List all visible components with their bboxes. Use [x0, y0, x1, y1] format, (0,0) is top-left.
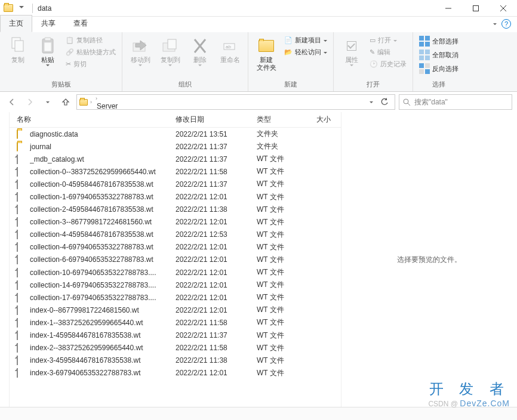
copy-path-button[interactable]: 📋复制路径 [63, 35, 118, 46]
delete-button[interactable]: 删除 [186, 33, 214, 69]
new-folder-button[interactable]: 新建 文件夹 [252, 33, 281, 74]
chevron-down-icon [46, 64, 50, 66]
group-label: 新建 [252, 80, 330, 90]
table-row[interactable]: collection-10-6979406535322788783....202… [10, 266, 341, 279]
delete-icon [193, 36, 207, 56]
qat-dropdown-icon[interactable] [19, 6, 24, 11]
invert-selection-button[interactable]: 反向选择 [417, 62, 461, 75]
table-row[interactable]: index-3-4595844678167835538.wt2022/2/21 … [10, 354, 341, 367]
table-row[interactable]: collection-0--3837252629599665440.wt2022… [10, 165, 341, 178]
up-button[interactable] [59, 95, 73, 109]
file-name: collection-2-4595844678167835538.wt [30, 205, 176, 214]
copy-to-icon [162, 36, 179, 56]
breadcrumb-segment[interactable]: Server [94, 102, 144, 110]
table-row[interactable]: collection-6-6979406535322788783.wt2022/… [10, 254, 341, 266]
nav-pane[interactable] [0, 112, 10, 407]
file-type: WT 文件 [257, 331, 316, 341]
table-row[interactable]: collection-0-4595844678167835538.wt2022/… [10, 178, 341, 190]
col-size[interactable]: 大小 [310, 115, 337, 125]
file-name: index-2--3837252629599665440.wt [30, 344, 176, 352]
ribbon-group-open: 属性 ▭打开 ✎编辑 🕑历史记录 打开 [334, 32, 413, 91]
table-row[interactable]: collection-3--867799817224681560.wt2022/… [10, 216, 341, 228]
open-button[interactable]: ▭打开 [367, 35, 409, 46]
file-icon [17, 180, 26, 189]
chevron-right-icon[interactable]: › [89, 99, 93, 105]
chevron-right-icon[interactable]: › [94, 95, 99, 101]
address-bar[interactable]: › Windows (C:)›Program Files›MongoDB›Ser… [76, 94, 395, 110]
file-date: 2022/2/21 11:37 [176, 180, 257, 189]
table-row[interactable]: index-2--3837252629599665440.wt2022/2/21… [10, 342, 341, 354]
tab-share[interactable]: 共享 [32, 15, 64, 32]
table-row[interactable]: index-1--3837252629599665440.wt2022/2/21… [10, 316, 341, 329]
address-dropdown-icon[interactable] [370, 101, 373, 103]
table-row[interactable]: collection-2-4595844678167835538.wt2022/… [10, 203, 341, 216]
svg-line-17 [408, 103, 410, 106]
col-date[interactable]: 修改日期 [170, 115, 251, 125]
file-date: 2022/2/21 11:58 [176, 319, 257, 327]
edit-button[interactable]: ✎编辑 [367, 47, 409, 58]
refresh-icon[interactable] [380, 98, 389, 106]
file-date: 2022/2/21 11:37 [176, 155, 257, 163]
file-name: collection-4-6979406535322788783.wt [30, 243, 176, 251]
svg-rect-8 [44, 42, 51, 51]
select-all-button[interactable]: 全部选择 [417, 35, 461, 48]
file-date: 2022/2/21 12:01 [176, 218, 257, 226]
file-type: WT 文件 [257, 343, 316, 353]
new-item-button[interactable]: 📄新建项目 [282, 35, 330, 46]
svg-rect-5 [15, 41, 23, 51]
ribbon-collapse-icon[interactable] [493, 23, 497, 25]
maximize-button[interactable] [462, 0, 490, 17]
col-name[interactable]: 名称 [10, 115, 170, 125]
table-row[interactable]: collection-1-6979406535322788783.wt2022/… [10, 190, 341, 203]
file-name: collection-17-6979406535322788783.... [30, 294, 176, 302]
forward-button[interactable] [23, 95, 37, 109]
minimize-button[interactable] [435, 0, 462, 17]
table-row[interactable]: index-1-4595844678167835538.wt2022/2/21 … [10, 329, 341, 342]
paste-shortcut-button[interactable]: 🔗粘贴快捷方式 [63, 47, 118, 58]
table-row[interactable]: journal2022/2/21 11:37文件夹 [10, 140, 341, 153]
address-bar-row: › Windows (C:)›Program Files›MongoDB›Ser… [0, 92, 517, 112]
rename-button[interactable]: ab 重命名 [216, 33, 244, 66]
file-date: 2022/2/21 11:58 [176, 168, 257, 176]
file-list: 名称 修改日期 类型 大小 diagnostic.data2022/2/21 1… [10, 112, 341, 407]
table-row[interactable]: collection-4-4595844678167835538.wt2022/… [10, 228, 341, 241]
easy-access-button[interactable]: 📂轻松访问 [282, 47, 330, 58]
tab-view[interactable]: 查看 [64, 15, 97, 32]
history-button[interactable]: 🕑历史记录 [367, 58, 409, 70]
close-button[interactable] [490, 0, 517, 17]
table-row[interactable]: collection-14-6979406535322788783....202… [10, 279, 341, 291]
move-to-button[interactable]: 移动到 [126, 33, 155, 69]
file-date: 2022/2/21 12:01 [176, 243, 257, 251]
file-icon [17, 294, 26, 302]
file-date: 2022/2/21 12:01 [176, 268, 257, 277]
table-row[interactable]: diagnostic.data2022/2/21 13:51文件夹 [10, 128, 341, 140]
tab-home[interactable]: 主页 [0, 15, 32, 32]
table-row[interactable]: collection-4-6979406535322788783.wt2022/… [10, 241, 341, 254]
table-row[interactable]: collection-17-6979406535322788783....202… [10, 291, 341, 304]
table-row[interactable]: index-0--867799817224681560.wt2022/2/21 … [10, 304, 341, 316]
copy-button[interactable]: 复制 [4, 33, 32, 66]
select-none-button[interactable]: 全部取消 [417, 48, 461, 61]
svg-rect-1 [473, 5, 479, 11]
table-row[interactable]: index-3-6979406535322788783.wt2022/2/21 … [10, 367, 341, 379]
svg-rect-7 [45, 38, 51, 41]
paste-button[interactable]: 粘贴 [33, 33, 62, 69]
file-icon [17, 331, 26, 339]
file-date: 2022/2/21 11:38 [176, 356, 257, 365]
copy-to-button[interactable]: 复制到 [156, 33, 184, 69]
recent-dropdown[interactable] [41, 95, 55, 109]
col-type[interactable]: 类型 [251, 115, 310, 125]
file-type: WT 文件 [257, 166, 316, 177]
file-type: WT 文件 [257, 305, 316, 315]
file-date: 2022/2/21 11:58 [176, 344, 257, 352]
cut-button[interactable]: ✂剪切 [63, 58, 118, 70]
properties-button[interactable]: 属性 [337, 33, 366, 69]
help-icon[interactable]: ? [501, 19, 511, 29]
table-row[interactable]: _mdb_catalog.wt2022/2/21 11:37WT 文件 [10, 153, 341, 165]
file-type: 文件夹 [257, 129, 316, 139]
search-input[interactable]: 搜索"data" [399, 94, 512, 110]
file-name: collection-1-6979406535322788783.wt [30, 193, 176, 201]
group-label: 组织 [126, 80, 244, 90]
back-button[interactable] [5, 95, 19, 109]
file-icon [17, 255, 26, 264]
